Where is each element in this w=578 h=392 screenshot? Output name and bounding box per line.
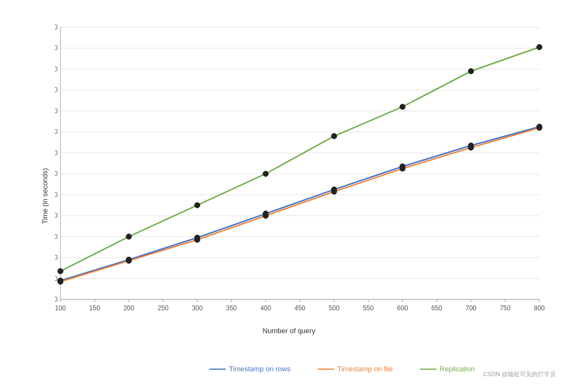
svg-text:300: 300 (192, 304, 202, 312)
svg-text:260: 260 (55, 65, 58, 73)
svg-text:700: 700 (465, 304, 476, 312)
svg-text:140: 140 (55, 191, 58, 199)
svg-text:450: 450 (294, 304, 305, 312)
legend-label-replication: Replication (440, 365, 475, 373)
svg-point-80 (331, 133, 337, 139)
legend-item-file: Timestamp on file (318, 365, 393, 373)
svg-text:600: 600 (397, 304, 408, 312)
svg-text:80: 80 (55, 254, 58, 261)
svg-point-83 (537, 45, 542, 50)
svg-point-77 (126, 234, 132, 240)
legend-item-replication: Replication (420, 365, 475, 373)
legend: Timestamp on rows Timestamp on file Repl… (210, 365, 475, 373)
svg-text:150: 150 (89, 304, 100, 312)
svg-text:750: 750 (500, 304, 511, 312)
svg-point-70 (194, 237, 200, 242)
watermark: CSDN @随处可见的打字员 (483, 370, 556, 378)
svg-text:300: 300 (55, 23, 58, 31)
x-axis-label: Number of query (263, 327, 316, 335)
svg-point-72 (331, 189, 337, 194)
svg-text:400: 400 (260, 304, 271, 312)
svg-text:160: 160 (55, 170, 58, 177)
svg-point-76 (58, 268, 63, 274)
legend-line-rows (210, 369, 226, 370)
svg-text:180: 180 (55, 149, 58, 157)
legend-item-rows: Timestamp on rows (210, 365, 291, 373)
svg-text:500: 500 (329, 304, 340, 312)
svg-point-73 (400, 166, 405, 171)
svg-text:100: 100 (55, 304, 66, 312)
legend-label-rows: Timestamp on rows (229, 365, 291, 373)
svg-point-81 (400, 104, 405, 109)
svg-text:280: 280 (55, 44, 58, 52)
legend-label-file: Timestamp on file (337, 365, 393, 373)
svg-text:120: 120 (55, 212, 58, 219)
svg-text:200: 200 (124, 304, 134, 312)
svg-text:40: 40 (55, 296, 58, 303)
svg-text:240: 240 (55, 86, 58, 94)
svg-text:60: 60 (55, 275, 58, 283)
chart-wrapper: Time (in seconds) Number of query 406080… (17, 11, 561, 381)
svg-text:800: 800 (534, 304, 545, 312)
svg-text:200: 200 (55, 128, 58, 136)
svg-text:550: 550 (363, 304, 374, 312)
y-axis-label: Time (in seconds) (41, 168, 49, 224)
svg-point-79 (263, 171, 268, 176)
line-chart: 4060801001201401601802002202402602803001… (55, 22, 545, 316)
svg-text:250: 250 (158, 304, 169, 312)
svg-text:350: 350 (226, 304, 237, 312)
svg-point-75 (537, 125, 542, 131)
svg-text:220: 220 (55, 107, 58, 115)
svg-text:100: 100 (55, 233, 58, 241)
chart-area: 4060801001201401601802002202402602803001… (55, 22, 545, 316)
svg-point-74 (468, 145, 474, 150)
legend-line-file (318, 369, 334, 370)
svg-point-78 (194, 203, 200, 208)
legend-line-replication (420, 369, 436, 370)
svg-point-71 (263, 213, 268, 218)
svg-text:650: 650 (431, 304, 442, 312)
svg-point-69 (126, 258, 132, 264)
svg-point-82 (468, 69, 474, 74)
svg-point-68 (58, 279, 63, 284)
